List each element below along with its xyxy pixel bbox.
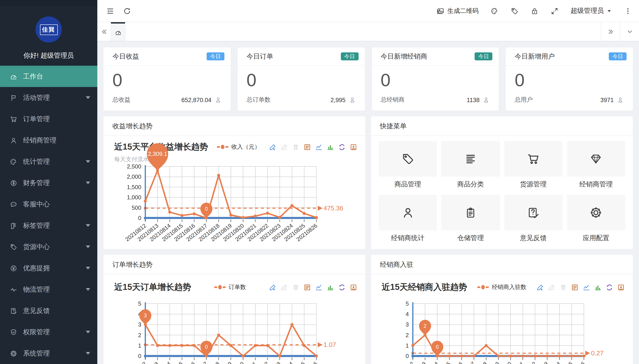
sidebar-item-discount[interactable]: 优惠提拥: [0, 258, 97, 279]
quick-item-goods-manage[interactable]: 商品管理: [379, 141, 437, 195]
delete-trash-icon[interactable]: [559, 284, 567, 291]
stat-card-new-dealers-today: 今日新增经销商今日 0 总经销商1138: [372, 48, 499, 110]
tab-dashboard[interactable]: [111, 22, 125, 41]
data-view-icon[interactable]: [303, 284, 311, 291]
caret-down-icon: [606, 8, 612, 14]
svg-text:475.36: 475.36: [324, 205, 343, 212]
legend-orders[interactable]: 订单数: [209, 283, 250, 291]
status-badge: 今日: [475, 52, 493, 60]
stat-value: 0: [372, 66, 499, 96]
tabs-scroll-left-button[interactable]: [97, 22, 111, 41]
sidebar-item-feedback[interactable]: 意见反馈: [0, 300, 97, 322]
svg-text:3: 3: [406, 321, 409, 328]
sidebar-item-statistics[interactable]: 统计管理: [0, 151, 97, 172]
save-image-icon[interactable]: [350, 284, 357, 291]
chat-icon: [10, 200, 17, 208]
gauge-icon: [114, 29, 122, 36]
yen-circle-icon: [10, 264, 17, 272]
user-outline-icon: [483, 96, 490, 104]
sidebar-item-dealers[interactable]: 经销商管理: [0, 130, 97, 151]
svg-text:1,500: 1,500: [127, 184, 141, 190]
svg-text:0: 0: [205, 344, 208, 350]
svg-text:1.07: 1.07: [324, 341, 336, 348]
lock-icon[interactable]: [531, 7, 539, 15]
cart-icon: [527, 152, 540, 166]
user-greeting: 你好! 超级管理员: [0, 52, 97, 60]
panel-quick-menu: 快捷菜单 商品管理 商品分类 货源管理 经销商管理 经销商统计 仓储管理 意见反…: [371, 116, 633, 249]
stat-card-new-users-today: 今日新增用户今日 0 总用户3971: [506, 48, 633, 110]
edit-pencil-icon[interactable]: [548, 284, 555, 291]
add-pencil-icon[interactable]: [536, 284, 544, 291]
line-chart-icon[interactable]: [582, 284, 590, 291]
chart-toolbar: [269, 284, 357, 291]
list-icon: [464, 152, 477, 166]
svg-text:2: 2: [138, 332, 141, 338]
user-outline-icon: [215, 96, 222, 104]
refresh-icon[interactable]: [123, 7, 131, 15]
quick-item-supply-manage[interactable]: 货源管理: [504, 141, 563, 195]
sidebar-item-system[interactable]: 系统管理: [0, 343, 97, 364]
panels-row-2: 订单增长趋势 近15天订单增长趋势 订单数: [104, 255, 633, 364]
quick-item-warehouse[interactable]: 仓储管理: [442, 195, 500, 248]
svg-text:1,000: 1,000: [127, 194, 141, 201]
sidebar-item-logistics[interactable]: 物流管理: [0, 279, 97, 300]
palette-icon[interactable]: [491, 7, 499, 15]
quick-item-feedback[interactable]: 意见反馈: [504, 195, 563, 248]
admin-dropdown[interactable]: 超级管理员: [570, 7, 612, 15]
stat-total-label: 总收益: [112, 96, 130, 104]
stat-total-value: 2,995: [331, 96, 346, 103]
svg-text:2: 2: [406, 332, 409, 338]
chevron-down-icon: [86, 96, 90, 99]
tabs-scroll-right-button[interactable]: [601, 22, 620, 41]
sidebar-item-activity[interactable]: 活动管理: [0, 87, 97, 108]
save-image-icon[interactable]: [617, 284, 625, 291]
logo-text: 佳巽: [40, 24, 58, 35]
stat-total-label: 总经销商: [381, 96, 405, 104]
restore-icon[interactable]: [338, 284, 346, 291]
delete-trash-icon[interactable]: [292, 284, 299, 291]
add-pencil-icon[interactable]: [269, 284, 276, 291]
chevron-down-icon: [86, 182, 90, 184]
svg-text:0: 0: [138, 215, 141, 221]
tab-bar: [97, 22, 639, 41]
fullscreen-icon[interactable]: [551, 7, 559, 15]
bar-chart-icon[interactable]: [327, 284, 334, 291]
bar-chart-icon[interactable]: [594, 284, 602, 291]
kebab-menu-icon[interactable]: [624, 7, 632, 15]
svg-text:2,500: 2,500: [127, 163, 141, 170]
sidebar-item-workbench[interactable]: 工作台: [0, 66, 97, 87]
data-view-icon[interactable]: [571, 284, 578, 291]
dollar-circle-icon: [10, 179, 17, 187]
sidebar-item-finance[interactable]: 财务管理: [0, 172, 97, 194]
collapse-menu-icon[interactable]: [106, 7, 114, 15]
chart-title: 近15天订单增长趋势: [114, 282, 191, 293]
svg-text:5: 5: [138, 300, 141, 307]
legend-dealers[interactable]: 经销商入驻数: [473, 283, 531, 291]
tag-icon[interactable]: [511, 7, 519, 15]
pulse-icon: [10, 286, 17, 293]
svg-text:3: 3: [138, 321, 141, 328]
stat-total-value: 3971: [600, 96, 614, 103]
person-icon: [10, 136, 17, 144]
palette-icon: [10, 158, 17, 165]
quick-item-goods-category[interactable]: 商品分类: [442, 141, 500, 195]
edit-pencil-icon[interactable]: [280, 284, 288, 291]
svg-text:3: 3: [144, 313, 147, 318]
quick-item-app-config[interactable]: 应用配置: [567, 195, 625, 248]
quick-item-dealer-manage[interactable]: 经销商管理: [567, 141, 625, 195]
sidebar-item-orders[interactable]: 订单管理: [0, 108, 97, 130]
generate-qr-button[interactable]: 生成二维码: [436, 7, 479, 15]
gauge-icon: [10, 72, 17, 80]
chevrons-right-icon: [607, 28, 614, 35]
quick-item-dealer-stats[interactable]: 经销商统计: [379, 195, 437, 248]
svg-text:0: 0: [436, 344, 439, 350]
line-chart-icon[interactable]: [315, 284, 323, 291]
chevron-down-icon: [86, 160, 90, 163]
restore-icon[interactable]: [606, 284, 613, 291]
admin-dashboard: 北京佳巽电商平台管理系 佳巽 你好! 超级管理员 工作台 活动管理 订单管理 经…: [0, 0, 639, 364]
sidebar-item-permissions[interactable]: 权限管理: [0, 322, 97, 343]
tabs-menu-button[interactable]: [620, 22, 639, 41]
sidebar-item-labels[interactable]: 标签管理: [0, 215, 97, 236]
sidebar-item-supply[interactable]: 货源中心: [0, 236, 97, 258]
sidebar-item-service[interactable]: 客服中心: [0, 194, 97, 215]
